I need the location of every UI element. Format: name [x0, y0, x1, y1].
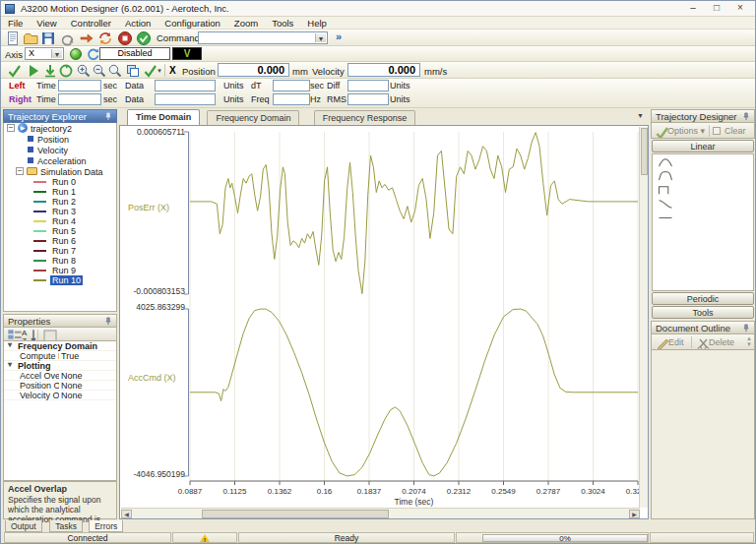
- scrollbar-thumb[interactable]: [641, 128, 648, 175]
- tree-item-velocity[interactable]: Velocity: [4, 145, 116, 155]
- property-value[interactable]: None: [61, 371, 83, 381]
- tree-item-trajectory2[interactable]: − ▶ trajectory2: [4, 123, 116, 134]
- tab-time-domain[interactable]: Time Domain: [127, 109, 200, 125]
- autoscale-dropdown-icon[interactable]: ▼: [157, 68, 162, 74]
- property-value[interactable]: True: [61, 351, 79, 361]
- categorized-icon[interactable]: [7, 329, 19, 340]
- minimize-button[interactable]: –: [682, 2, 704, 15]
- section-tools[interactable]: Tools: [652, 306, 754, 319]
- time-domain-plot[interactable]: 0.08870.11250.13620.160.18370.20740.2312…: [120, 126, 648, 518]
- pin-icon[interactable]: [741, 324, 751, 333]
- tab-output[interactable]: Output: [5, 520, 42, 532]
- right-data-field[interactable]: [155, 93, 216, 105]
- section-linear[interactable]: Linear: [652, 140, 754, 152]
- save-icon[interactable]: [40, 30, 56, 46]
- scroll-left-icon[interactable]: ◀: [121, 510, 132, 518]
- menu-action[interactable]: Action: [118, 17, 158, 30]
- download-icon[interactable]: [42, 63, 56, 79]
- dwell-move[interactable]: [653, 210, 753, 223]
- edit-button[interactable]: Edit: [668, 337, 684, 347]
- tab-frequency-response[interactable]: Frequency Response: [314, 110, 416, 125]
- command-dropdown-icon[interactable]: ▼: [315, 33, 326, 42]
- right-freq-field[interactable]: [273, 93, 310, 105]
- property-row[interactable]: Compute FFTrue: [4, 351, 116, 361]
- scrollbar-thumb[interactable]: [202, 510, 389, 518]
- run-program-icon[interactable]: [79, 30, 94, 46]
- tree-item-run-6[interactable]: Run 6: [4, 236, 116, 246]
- axis-dropdown-icon[interactable]: ▼: [51, 49, 62, 58]
- pin-icon[interactable]: [103, 112, 113, 122]
- tab-errors[interactable]: Errors: [89, 520, 123, 532]
- menu-view[interactable]: View: [30, 17, 63, 30]
- left-data-field[interactable]: [155, 80, 216, 91]
- section-periodic[interactable]: Periodic: [652, 292, 754, 305]
- right-time-field[interactable]: [58, 93, 101, 105]
- tree-item-run-1[interactable]: Run 1: [4, 187, 116, 197]
- menu-tools[interactable]: Tools: [265, 17, 300, 30]
- pin-icon[interactable]: [103, 317, 113, 327]
- left-dt-field[interactable]: [273, 80, 310, 91]
- copy-plot-icon[interactable]: [125, 63, 141, 79]
- tab-frequency-domain[interactable]: Frequency Domain: [207, 110, 299, 125]
- collapse-icon[interactable]: ▾: [8, 360, 12, 369]
- property-value[interactable]: None: [61, 381, 83, 391]
- tree-item-run-9[interactable]: Run 9: [4, 266, 116, 275]
- autoscale-icon[interactable]: [143, 63, 157, 79]
- property-row[interactable]: Accel OverlaNone: [4, 371, 116, 381]
- menu-zoom[interactable]: Zoom: [227, 17, 265, 30]
- chart-vertical-scrollbar[interactable]: [639, 127, 648, 508]
- tree-item-position[interactable]: Position: [4, 134, 116, 145]
- reset-icon[interactable]: [97, 30, 113, 46]
- collapse-icon[interactable]: −: [16, 167, 24, 175]
- maximize-button[interactable]: □: [706, 2, 727, 15]
- menu-controller[interactable]: Controller: [64, 17, 118, 30]
- tree-item-run-4[interactable]: Run 4: [4, 216, 116, 226]
- options-button[interactable]: Options ▾: [667, 126, 705, 136]
- trapezoid-move[interactable]: [653, 168, 753, 182]
- halfsine-move[interactable]: [653, 154, 753, 168]
- tab-tasks[interactable]: Tasks: [49, 520, 83, 532]
- tree-item-simulation-data[interactable]: − Simulation Data: [4, 166, 116, 177]
- property-group[interactable]: ▾Frequency Domain: [4, 341, 116, 351]
- chart-horizontal-scrollbar[interactable]: ◀ ▶: [121, 508, 640, 518]
- toolbar-scroll-icon[interactable]: ▲▼: [746, 335, 752, 347]
- menu-file[interactable]: File: [1, 17, 30, 30]
- scurve-move[interactable]: [653, 196, 753, 210]
- stop-icon[interactable]: [117, 30, 133, 46]
- step-move[interactable]: [653, 182, 753, 196]
- property-group[interactable]: ▾Plotting: [4, 361, 116, 371]
- property-value[interactable]: None: [61, 391, 83, 400]
- right-rms-field[interactable]: [347, 93, 389, 105]
- task-ok-icon[interactable]: [136, 30, 152, 46]
- collapse-icon[interactable]: ▾: [8, 341, 12, 349]
- tree-item-run-10[interactable]: Run 10: [4, 275, 116, 285]
- property-row[interactable]: Position OveNone: [4, 381, 116, 391]
- new-icon[interactable]: [5, 30, 21, 46]
- more-commands-icon[interactable]: »: [336, 30, 342, 42]
- delete-button[interactable]: Delete: [709, 337, 734, 347]
- zoom-out-icon[interactable]: [92, 63, 107, 79]
- property-pages-icon[interactable]: [42, 329, 54, 340]
- zoom-extents-icon[interactable]: [107, 63, 123, 79]
- axis-select[interactable]: X ▼: [25, 47, 64, 60]
- scroll-right-icon[interactable]: ▶: [629, 510, 640, 518]
- sort-alphabetical-icon[interactable]: AZ: [22, 329, 33, 340]
- loop-icon[interactable]: [58, 63, 72, 79]
- open-icon[interactable]: [23, 30, 38, 46]
- collapse-icon[interactable]: −: [7, 124, 15, 132]
- close-button[interactable]: ×: [729, 2, 751, 15]
- left-time-field[interactable]: [58, 80, 101, 91]
- menu-help[interactable]: Help: [300, 17, 334, 30]
- tree-item-acceleration[interactable]: Acceleration: [4, 155, 116, 166]
- zoom-in-icon[interactable]: [76, 63, 92, 79]
- menu-configuration[interactable]: Configuration: [158, 17, 227, 30]
- tree-item-run-3[interactable]: Run 3: [4, 207, 116, 216]
- verify-icon[interactable]: [7, 63, 21, 79]
- tree-item-run-7[interactable]: Run 7: [4, 246, 116, 256]
- tree-item-run-0[interactable]: Run 0: [4, 177, 116, 187]
- clear-button[interactable]: Clear: [724, 126, 746, 136]
- undo-icon[interactable]: [60, 30, 76, 46]
- property-row[interactable]: Velocity OveNone: [4, 391, 116, 400]
- pin-icon[interactable]: [741, 112, 751, 122]
- command-input[interactable]: ▼: [198, 31, 328, 44]
